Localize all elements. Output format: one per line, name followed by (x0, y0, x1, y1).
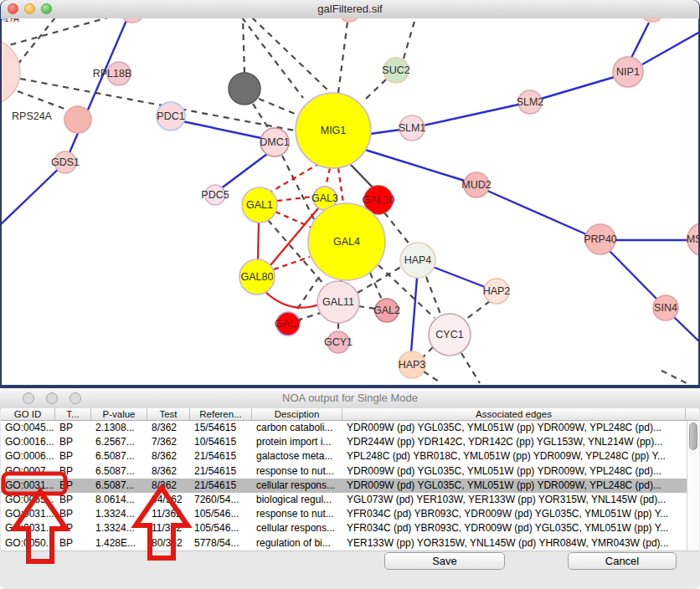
table-row-1[interactable]: GO:0016...BP6.2567...7/36210/54615protei… (1, 435, 687, 449)
edge-gray-dash[interactable] (404, 18, 415, 59)
edge-blue[interactable] (433, 267, 485, 287)
edge-blue[interactable] (220, 154, 267, 189)
edge-blue[interactable] (674, 317, 698, 342)
edge-gray-dash[interactable] (424, 371, 441, 383)
edge-gray-dash[interactable] (338, 22, 347, 93)
table-row-0[interactable]: GO:0045...BP2.1308...8/36215/54615carbon… (1, 421, 687, 435)
column-header-go-id[interactable]: GO ID (1, 408, 55, 420)
cell-r0-c4: 15/54615 (190, 421, 252, 435)
edge-gray-dash[interactable] (299, 312, 323, 320)
edge-red-dash[interactable] (275, 212, 311, 228)
edge-gray-dash[interactable] (661, 371, 687, 383)
edge-blue[interactable] (65, 18, 127, 162)
table-row-2[interactable]: GO:0006...BP6.5087...8/36221/54615galact… (1, 449, 687, 464)
edge-gray-dash[interactable] (259, 99, 301, 116)
column-header-t[interactable]: T... (55, 408, 91, 420)
node-top-cut-3[interactable] (641, 18, 664, 22)
cell-r1-c4: 10/54615 (190, 435, 252, 449)
node-label-rpl18b: RPL18B (93, 68, 132, 79)
column-header-p-value[interactable]: P-value (91, 408, 147, 420)
edge-blue[interactable] (610, 251, 656, 299)
edge-blue[interactable] (642, 32, 698, 64)
node-label-hap3: HAP3 (399, 359, 426, 371)
vertical-scrollbar[interactable] (687, 421, 699, 551)
edge-gray-dash[interactable] (370, 273, 382, 300)
cell-r6-c0: GO:0031... (1, 507, 55, 521)
edge-red[interactable] (258, 223, 259, 259)
edge-blue[interactable] (631, 23, 649, 58)
cell-r2-c6: YPL248C (pd) YBR018C, YML051W (pp) YDR00… (342, 449, 686, 464)
table-row-5[interactable]: GO:0065...BP8.0614...94/3627260/54...bio… (1, 493, 687, 507)
node-label-dmc1: DMC1 (260, 136, 289, 148)
edge-blue[interactable] (370, 130, 400, 134)
table-row-3[interactable]: GO:0007...BP6.5087...8/36221/54615respon… (1, 464, 687, 479)
edge-blue[interactable] (2, 162, 65, 225)
table-row-7[interactable]: GO:0031...BP1.3324...11/362105/546...cel… (1, 521, 687, 535)
noa-window-titlebar[interactable]: NOA output for Single Mode (0, 388, 700, 409)
cancel-button[interactable]: Cancel (568, 552, 677, 570)
node-big-left[interactable] (2, 38, 20, 105)
column-header-test[interactable]: Test (147, 408, 190, 420)
cell-r1-c1: BP (55, 435, 91, 449)
column-header-referen[interactable]: Referen... (190, 408, 252, 420)
cell-r7-c1: BP (55, 521, 91, 535)
cell-r8-c6: YER133W (pp) YOR315W, YNL145W (pd) YHR08… (342, 536, 686, 551)
edge-blue[interactable] (365, 150, 465, 181)
node-label-gal3: GAL3 (311, 192, 338, 204)
node-top-cut-1[interactable] (121, 18, 144, 23)
edge-gray-dash[interactable] (2, 18, 120, 48)
cell-r3-c5: response to nut... (252, 464, 342, 479)
node-label-slm1: SLM1 (399, 122, 426, 134)
cell-r2-c0: GO:0006... (1, 449, 55, 464)
edge-red[interactable] (265, 292, 319, 308)
node-label-gal10: GAL10 (363, 194, 395, 206)
edge-gray-dash[interactable] (423, 347, 433, 357)
node-label-cyc1: CYC1 (435, 329, 463, 341)
edge-gray-dash[interactable] (253, 104, 269, 129)
edge-gray-dash[interactable] (384, 213, 410, 245)
edge-red-dash[interactable] (277, 197, 313, 201)
node-label-pdc1: PDC1 (157, 110, 184, 122)
edge-gray-dash[interactable] (243, 18, 244, 73)
edge-blue[interactable] (541, 77, 615, 99)
edge-blue[interactable] (487, 191, 586, 234)
edge-blue[interactable] (411, 278, 417, 352)
edge-blue[interactable] (424, 105, 518, 125)
edge-red-dash[interactable] (338, 168, 343, 203)
edge-gray-dash[interactable] (466, 301, 490, 320)
edge-gray-dash[interactable] (363, 79, 386, 101)
cell-r4-c0: GO:0031... (1, 479, 55, 493)
cell-r3-c3: 8/362 (147, 464, 190, 479)
go-results-table: GO IDT...P-valueTestReferen...Desciption… (1, 408, 699, 551)
cell-r6-c3: 11/362 (147, 507, 190, 521)
edge-gray-dash[interactable] (461, 353, 480, 383)
edge-red-dash[interactable] (271, 163, 320, 192)
cell-r6-c1: BP (55, 507, 91, 521)
node-label-nip1: NIP1 (616, 66, 640, 78)
scrollbar-thumb[interactable] (689, 423, 697, 450)
cell-r5-c0: GO:0065... (1, 493, 55, 507)
cell-r7-c4: 105/546... (190, 521, 252, 535)
table-row-6[interactable]: GO:0031...BP1.3324...11/362105/546...res… (1, 507, 687, 521)
column-header-associated-edges[interactable]: Associated edges (342, 408, 686, 420)
edge-gray-dash[interactable] (426, 277, 441, 316)
column-header-desciption[interactable]: Desciption (252, 408, 342, 420)
node-top-cut-2[interactable] (339, 18, 359, 22)
cell-r5-c6: YGL073W (pd) YER103W, YER133W (pp) YOR31… (342, 493, 686, 507)
save-button[interactable]: Save (384, 552, 505, 570)
table-row-8[interactable]: GO:0050...BP1.428E...80/3625778/54...reg… (1, 536, 687, 551)
edge-blue[interactable] (183, 121, 261, 138)
cell-r3-c2: 6.5087... (91, 464, 147, 479)
edge-gray-dash[interactable] (18, 91, 64, 109)
edge-dark[interactable] (351, 165, 374, 189)
edge-red-dash[interactable] (326, 168, 330, 187)
node-gray-node[interactable] (229, 73, 260, 105)
cell-r8-c4: 5778/54... (190, 536, 252, 551)
node-label-gal2: GAL2 (373, 305, 400, 316)
table-row-4[interactable]: GO:0031...BP6.5087...8/36221/54615cellul… (1, 479, 687, 493)
network-window-titlebar[interactable]: galFiltered.sif (1, 0, 699, 19)
network-canvas[interactable]: 17ARPL18BRPS24AGDS1PDC1DMC1MIG1SUC2SLM1S… (2, 18, 698, 385)
node-label-gal4: GAL4 (333, 236, 360, 248)
node-rps24a[interactable] (64, 106, 91, 133)
node-label-hap2: HAP2 (483, 285, 511, 297)
